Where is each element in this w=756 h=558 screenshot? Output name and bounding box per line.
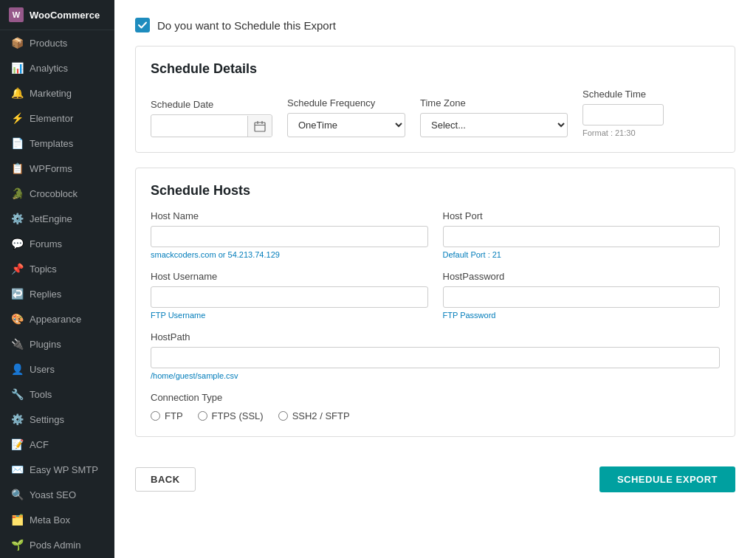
sidebar-item-label-products: Products — [30, 38, 67, 49]
connection-option-label-ssh2: SSH2 / SFTP — [292, 410, 350, 421]
footer-bar: BACK SCHEDULE EXPORT — [135, 452, 735, 492]
sidebar: W WooCommerce 📦 Products 📊 Analytics 🔔 M… — [0, 0, 114, 558]
schedule-checkbox-row: Do you want to Schedule this Export — [135, 18, 735, 32]
host-path-hint: /home/guest/sample.csv — [151, 371, 720, 380]
schedule-time-input[interactable] — [583, 104, 664, 125]
host-username-input[interactable] — [151, 286, 428, 308]
sidebar-item-label-replies: Replies — [30, 289, 61, 300]
sidebar-item-easywpsmtp[interactable]: ✉️ Easy WP SMTP — [0, 457, 114, 482]
host-port-input[interactable] — [443, 226, 721, 247]
host-username-label: Host Username — [151, 271, 428, 282]
sidebar-item-label-wpforms: WPForms — [30, 163, 72, 174]
host-password-hint: FTP Password — [443, 311, 721, 320]
schedule-hosts-card: Schedule Hosts Host Name smackcoders.com… — [135, 168, 735, 437]
sidebar-item-label-metabox: Meta Box — [30, 514, 70, 526]
sidebar-item-crocoblock[interactable]: 🐊 Crocoblock — [0, 181, 114, 206]
host-name-hint: smackcoders.com or 54.213.74.129 — [151, 250, 428, 259]
schedule-frequency-group: Schedule Frequency OneTimeDailyWeeklyMon… — [287, 97, 405, 137]
host-port-label: Host Port — [443, 210, 721, 221]
sidebar-item-analytics[interactable]: 📊 Analytics — [0, 55, 114, 80]
sidebar-icon-jetengine: ⚙️ — [10, 212, 24, 225]
sidebar-item-label-topics: Topics — [30, 264, 57, 275]
sidebar-item-label-acf: ACF — [30, 439, 49, 450]
sidebar-icon-analytics: 📊 — [10, 61, 24, 75]
host-password-group: HostPassword FTP Password — [443, 271, 721, 320]
connection-type-group: Connection Type FTP FTPS (SSL) SSH2 / SF… — [151, 392, 720, 421]
svg-rect-0 — [255, 123, 265, 131]
sidebar-logo: W WooCommerce — [0, 0, 114, 30]
schedule-frequency-select[interactable]: OneTimeDailyWeeklyMonthly — [287, 113, 405, 137]
sidebar-item-products[interactable]: 📦 Products — [0, 30, 114, 55]
sidebar-item-settings[interactable]: ⚙️ Settings — [0, 407, 114, 432]
sidebar-item-marketing[interactable]: 🔔 Marketing — [0, 80, 114, 106]
sidebar-item-label-templates: Templates — [30, 138, 73, 149]
sidebar-item-metabox[interactable]: 🗂️ Meta Box — [0, 507, 114, 532]
sidebar-item-users[interactable]: 👤 Users — [0, 356, 114, 382]
sidebar-icon-products: 📦 — [10, 36, 24, 49]
main-content: Do you want to Schedule this Export Sche… — [114, 0, 756, 558]
connection-option-ssh2[interactable]: SSH2 / SFTP — [278, 410, 350, 421]
woocommerce-icon: W — [9, 7, 24, 22]
schedule-details-card: Schedule Details Schedule Date — [135, 46, 735, 153]
host-path-input[interactable] — [151, 347, 720, 368]
schedule-date-input[interactable] — [151, 115, 247, 137]
timezone-group: Time Zone Select... — [420, 97, 568, 137]
sidebar-icon-appearance: 🎨 — [10, 312, 24, 326]
schedule-date-input-wrap — [151, 114, 272, 137]
sidebar-item-label-marketing: Marketing — [30, 88, 72, 99]
sidebar-icon-acf: 📝 — [10, 438, 24, 451]
schedule-checkbox-label: Do you want to Schedule this Export — [157, 19, 336, 32]
schedule-details-title: Schedule Details — [151, 61, 720, 77]
connection-radio-ftp[interactable] — [151, 411, 160, 421]
back-button[interactable]: BACK — [135, 467, 196, 492]
host-name-group: Host Name smackcoders.com or 54.213.74.1… — [151, 210, 428, 259]
schedule-date-group: Schedule Date — [151, 99, 272, 137]
connection-radio-ssh2[interactable] — [278, 411, 288, 421]
sidebar-item-elementor[interactable]: ⚡ Elementor — [0, 106, 114, 131]
sidebar-item-acf[interactable]: 📝 ACF — [0, 432, 114, 457]
sidebar-item-label-plugins: Plugins — [30, 339, 61, 350]
connection-radio-ftps[interactable] — [198, 411, 207, 421]
schedule-export-button[interactable]: SCHEDULE EXPORT — [599, 466, 735, 492]
schedule-frequency-label: Schedule Frequency — [287, 97, 405, 108]
sidebar-item-podsadmin[interactable]: 🌱 Pods Admin — [0, 532, 114, 557]
host-port-group: Host Port Default Port : 21 — [443, 210, 721, 259]
schedule-time-group: Schedule Time Format : 21:30 — [583, 89, 664, 137]
sidebar-item-label-tools: Tools — [30, 389, 52, 400]
sidebar-item-plugins[interactable]: 🔌 Plugins — [0, 331, 114, 356]
sidebar-item-topics[interactable]: 📌 Topics — [0, 256, 114, 281]
host-name-input[interactable] — [151, 226, 428, 247]
connection-option-ftps[interactable]: FTPS (SSL) — [198, 410, 264, 421]
host-path-label: HostPath — [151, 331, 720, 342]
host-row-2: Host Username FTP Username HostPassword … — [151, 271, 720, 320]
sidebar-item-forums[interactable]: 💬 Forums — [0, 231, 114, 256]
sidebar-item-templates[interactable]: 📄 Templates — [0, 131, 114, 156]
sidebar-item-yoastseo[interactable]: 🔍 Yoast SEO — [0, 482, 114, 507]
schedule-hosts-title: Schedule Hosts — [151, 183, 720, 199]
calendar-icon — [254, 120, 266, 132]
connection-option-ftp[interactable]: FTP — [151, 410, 183, 421]
sidebar-item-appearance[interactable]: 🎨 Appearance — [0, 306, 114, 331]
sidebar-logo-label: WooCommerce — [30, 10, 100, 21]
sidebar-item-label-elementor: Elementor — [30, 113, 73, 124]
calendar-icon-button[interactable] — [247, 116, 272, 137]
sidebar-item-label-jetengine: JetEngine — [30, 213, 72, 224]
host-path-group: HostPath /home/guest/sample.csv — [151, 331, 720, 380]
timezone-select[interactable]: Select... — [420, 113, 568, 137]
sidebar-icon-marketing: 🔔 — [10, 86, 24, 100]
schedule-checkbox[interactable] — [135, 18, 150, 32]
sidebar-item-label-yoastseo: Yoast SEO — [30, 489, 76, 500]
timezone-label: Time Zone — [420, 97, 568, 108]
host-password-input[interactable] — [443, 286, 721, 308]
sidebar-item-label-easywpsmtp: Easy WP SMTP — [30, 464, 98, 475]
sidebar-item-label-settings: Settings — [30, 414, 64, 425]
sidebar-item-label-forums: Forums — [30, 238, 62, 249]
sidebar-item-jetengine[interactable]: ⚙️ JetEngine — [0, 206, 114, 231]
host-username-hint: FTP Username — [151, 311, 428, 320]
sidebar-item-tools[interactable]: 🔧 Tools — [0, 382, 114, 407]
host-name-label: Host Name — [151, 210, 428, 221]
sidebar-icon-podsadmin: 🌱 — [10, 538, 24, 551]
sidebar-item-wpforms[interactable]: 📋 WPForms — [0, 156, 114, 181]
sidebar-item-replies[interactable]: ↩️ Replies — [0, 281, 114, 306]
schedule-details-form-row: Schedule Date Schedule Frequency — [151, 89, 720, 137]
